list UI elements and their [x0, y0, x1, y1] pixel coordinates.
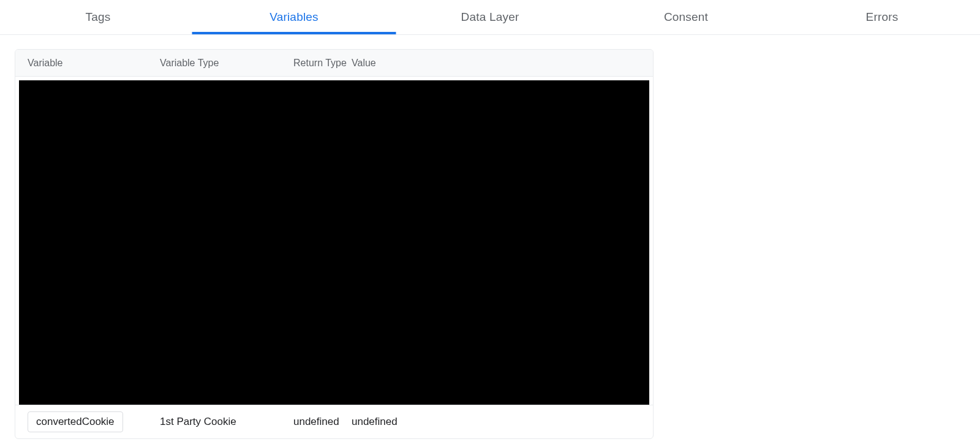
cell-variable: convertedCookie [15, 411, 160, 432]
tab-label: Variables [270, 10, 318, 24]
tab-variables[interactable]: Variables [196, 0, 392, 34]
tab-label: Errors [866, 10, 899, 24]
redacted-content [19, 80, 649, 405]
tab-tags[interactable]: Tags [0, 0, 196, 34]
tab-label: Consent [664, 10, 708, 24]
cell-value: undefined [352, 416, 653, 428]
tab-errors[interactable]: Errors [784, 0, 980, 34]
column-header-return-type: Return Type [293, 58, 352, 69]
cell-return-type: undefined [293, 416, 352, 428]
cell-variable-type: 1st Party Cookie [160, 416, 293, 428]
tab-label: Tags [86, 10, 111, 24]
variables-panel: Variable Variable Type Return Type Value… [15, 49, 654, 439]
table-row[interactable]: convertedCookie 1st Party Cookie undefin… [15, 405, 653, 438]
tab-data-layer[interactable]: Data Layer [392, 0, 588, 34]
panel-area: Variable Variable Type Return Type Value… [0, 35, 980, 439]
column-header-variable: Variable [15, 58, 160, 69]
tab-consent[interactable]: Consent [588, 0, 784, 34]
variable-chip[interactable]: convertedCookie [28, 411, 123, 432]
tabs-bar: Tags Variables Data Layer Consent Errors [0, 0, 980, 35]
table-header: Variable Variable Type Return Type Value [15, 50, 653, 77]
tab-label: Data Layer [461, 10, 519, 24]
column-header-variable-type: Variable Type [160, 58, 293, 69]
column-header-value: Value [352, 58, 653, 69]
